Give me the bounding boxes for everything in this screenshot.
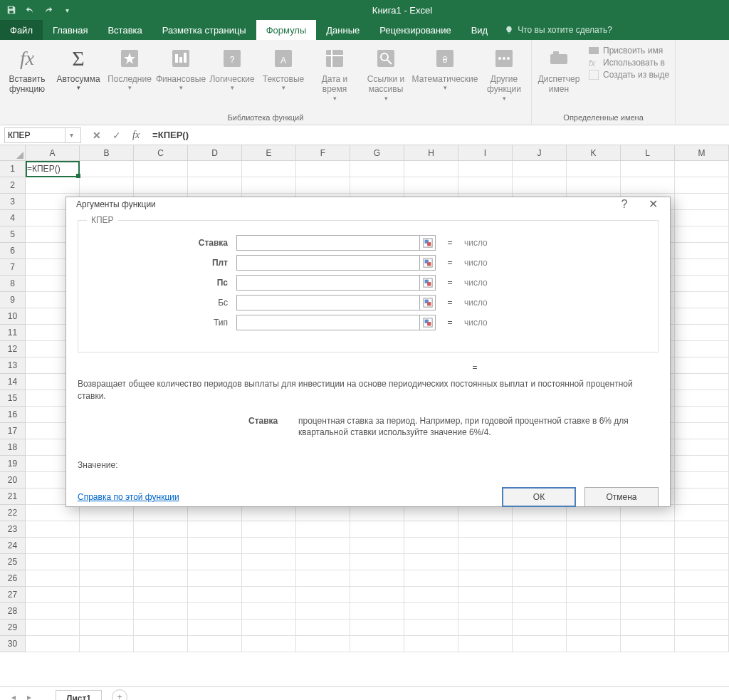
cell[interactable] [188,521,242,538]
cell[interactable] [350,161,404,177]
col-header[interactable]: J [513,145,567,160]
cell[interactable] [513,587,567,603]
cell[interactable] [188,177,242,194]
cell[interactable] [80,603,134,620]
tab-insert[interactable]: Вставка [98,20,152,40]
tab-formulas[interactable]: Формулы [256,20,317,40]
cell[interactable] [242,636,296,652]
row-header[interactable]: 13 [0,357,26,374]
cell[interactable] [675,276,729,292]
cell[interactable] [350,177,404,194]
row-header[interactable]: 12 [0,341,26,357]
cell[interactable] [621,177,675,194]
define-name-button[interactable]: Присвоить имя [589,46,669,56]
row-header[interactable]: 9 [0,292,26,308]
cell[interactable] [404,177,458,194]
row-header[interactable]: 7 [0,259,26,276]
cell[interactable] [80,177,134,194]
cell[interactable] [458,570,513,587]
cell[interactable] [134,161,188,177]
cell[interactable] [513,636,567,652]
tab-pagelayout[interactable]: Разметка страницы [152,20,256,40]
cell[interactable] [675,357,729,374]
arg-ref-button[interactable] [420,235,436,251]
cell[interactable] [675,587,729,603]
cell[interactable] [621,636,675,652]
cell[interactable] [621,521,675,538]
cell[interactable] [134,603,188,620]
cell[interactable] [567,620,621,636]
cell[interactable] [458,177,513,194]
cell[interactable] [242,570,296,587]
row-header[interactable]: 29 [0,620,26,636]
name-box[interactable]: ▾ [4,127,81,143]
cell[interactable] [134,554,188,570]
cell[interactable] [513,177,567,194]
cell[interactable] [188,554,242,570]
cell[interactable] [188,603,242,620]
cell[interactable] [675,325,729,341]
cell[interactable] [675,472,729,489]
cell[interactable] [26,521,80,538]
arg-ref-button[interactable] [420,295,436,310]
cell[interactable] [350,521,404,538]
financial-button[interactable]: Финансовые▾ [155,43,206,93]
cell[interactable] [26,570,80,587]
cell[interactable] [513,554,567,570]
cell[interactable] [80,554,134,570]
cell[interactable] [458,620,513,636]
more-functions-button[interactable]: Другие функции▾ [478,43,530,104]
cell[interactable] [350,554,404,570]
col-header[interactable]: G [350,145,404,160]
cell[interactable] [513,161,567,177]
cell[interactable] [513,603,567,620]
cell[interactable] [296,603,350,620]
cell[interactable] [242,587,296,603]
cell[interactable] [675,456,729,472]
cell[interactable] [80,161,134,177]
cell[interactable] [296,587,350,603]
cell[interactable] [242,620,296,636]
cell[interactable] [188,636,242,652]
cell[interactable] [134,636,188,652]
col-header[interactable]: E [242,145,296,160]
cell[interactable] [350,587,404,603]
arg-input[interactable] [236,295,420,310]
cell[interactable] [80,538,134,554]
arg-ref-button[interactable] [420,255,436,271]
row-header[interactable]: 18 [0,439,26,456]
name-box-dropdown[interactable]: ▾ [65,128,78,142]
arg-input[interactable] [236,315,420,330]
math-button[interactable]: θ Математические▾ [411,43,478,93]
ok-button[interactable]: ОК [502,487,576,507]
tell-me-box[interactable]: Что вы хотите сделать? [498,20,619,40]
cell[interactable] [675,439,729,456]
cell[interactable] [675,243,729,259]
cell[interactable] [675,259,729,276]
tab-data[interactable]: Данные [316,20,369,40]
cell[interactable] [675,374,729,390]
cell[interactable] [567,603,621,620]
dialog-close-button[interactable]: ✕ [646,197,660,211]
cell[interactable] [675,177,729,194]
cell[interactable] [675,194,729,210]
cell[interactable] [188,538,242,554]
cell[interactable] [350,538,404,554]
row-header[interactable]: 19 [0,456,26,472]
row-header[interactable]: 26 [0,570,26,587]
cell[interactable] [242,603,296,620]
row-header[interactable]: 8 [0,276,26,292]
cell[interactable] [675,210,729,226]
cell[interactable] [621,538,675,554]
col-header[interactable]: M [675,145,729,160]
lookup-button[interactable]: Ссылки и массивы▾ [360,43,411,104]
select-all-corner[interactable] [0,145,26,160]
cell[interactable] [26,538,80,554]
row-header[interactable]: 14 [0,374,26,390]
cell[interactable] [458,636,513,652]
qat-customize[interactable]: ▾ [58,1,75,19]
cell[interactable] [621,570,675,587]
cell[interactable] [675,505,729,521]
cell[interactable] [80,587,134,603]
cell[interactable] [675,161,729,177]
